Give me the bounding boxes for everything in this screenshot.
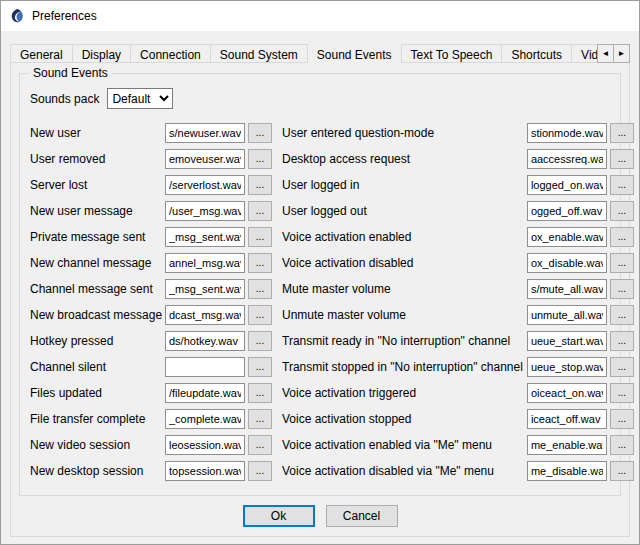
browse-button[interactable]: ... <box>248 435 272 455</box>
sound-file-input[interactable] <box>527 253 607 273</box>
app-icon <box>9 8 25 24</box>
sound-event-row: User entered question-mode ... <box>282 120 634 146</box>
browse-button[interactable]: ... <box>248 279 272 299</box>
sound-event-label: New video session <box>30 438 165 452</box>
sound-event-row: File transfer complete ... <box>30 406 272 432</box>
sound-event-label: User logged out <box>282 204 527 218</box>
browse-button[interactable]: ... <box>248 123 272 143</box>
sound-file-input[interactable] <box>527 461 607 481</box>
dialog-buttons: Ok Cancel <box>11 505 629 527</box>
sound-file-input[interactable] <box>165 461 245 481</box>
browse-button[interactable]: ... <box>610 305 634 325</box>
sound-file-input[interactable] <box>165 149 245 169</box>
sound-file-input[interactable] <box>527 227 607 247</box>
sound-event-row: User removed ... <box>30 146 272 172</box>
sound-event-label: New user message <box>30 204 165 218</box>
browse-button[interactable]: ... <box>248 409 272 429</box>
sound-event-columns: New user ... User removed ... Server los… <box>30 120 612 484</box>
sound-file-input[interactable] <box>165 357 245 377</box>
sound-event-label: User logged in <box>282 178 527 192</box>
browse-button[interactable]: ... <box>248 461 272 481</box>
sound-file-input[interactable] <box>527 201 607 221</box>
sound-file-input[interactable] <box>165 201 245 221</box>
sound-event-row: Server lost ... <box>30 172 272 198</box>
browse-button[interactable]: ... <box>248 383 272 403</box>
browse-button[interactable]: ... <box>610 435 634 455</box>
browse-button[interactable]: ... <box>248 305 272 325</box>
sounds-pack-select[interactable]: Default <box>107 88 173 109</box>
sound-event-row: Channel message sent ... <box>30 276 272 302</box>
cancel-button[interactable]: Cancel <box>326 505 398 527</box>
tab-scroller: ◄ ► <box>598 44 630 63</box>
sound-file-input[interactable] <box>527 305 607 325</box>
sound-file-input[interactable] <box>165 383 245 403</box>
sound-file-input[interactable] <box>527 357 607 377</box>
sound-event-label: User entered question-mode <box>282 126 527 140</box>
browse-button[interactable]: ... <box>610 123 634 143</box>
tab-sound-events[interactable]: Sound Events <box>307 44 402 63</box>
sound-file-input[interactable] <box>165 409 245 429</box>
tab-shortcuts[interactable]: Shortcuts <box>501 44 572 63</box>
tab-connection[interactable]: Connection <box>130 44 211 63</box>
sound-file-input[interactable] <box>165 435 245 455</box>
sound-event-label: Channel silent <box>30 360 165 374</box>
tab-text-to-speech[interactable]: Text To Speech <box>401 44 503 63</box>
browse-button[interactable]: ... <box>248 331 272 351</box>
sound-file-input[interactable] <box>527 123 607 143</box>
tab-sound-system[interactable]: Sound System <box>210 44 308 63</box>
sound-file-input[interactable] <box>527 331 607 351</box>
tab-display[interactable]: Display <box>72 44 131 63</box>
sound-event-label: Voice activation disabled <box>282 256 527 270</box>
browse-button[interactable]: ... <box>248 149 272 169</box>
sound-event-label: Server lost <box>30 178 165 192</box>
sound-file-input[interactable] <box>527 383 607 403</box>
browse-button[interactable]: ... <box>610 201 634 221</box>
browse-button[interactable]: ... <box>610 357 634 377</box>
sound-file-input[interactable] <box>527 175 607 195</box>
sound-event-row: Hotkey pressed ... <box>30 328 272 354</box>
window-title: Preferences <box>32 9 97 23</box>
sound-file-input[interactable] <box>165 227 245 247</box>
sound-file-input[interactable] <box>165 175 245 195</box>
browse-button[interactable]: ... <box>248 201 272 221</box>
browse-button[interactable]: ... <box>610 175 634 195</box>
sound-event-label: Unmute master volume <box>282 308 527 322</box>
ok-button[interactable]: Ok <box>243 505 315 527</box>
sound-event-label: New broadcast message <box>30 308 165 322</box>
browse-button[interactable]: ... <box>610 383 634 403</box>
sound-file-input[interactable] <box>165 253 245 273</box>
sound-file-input[interactable] <box>165 331 245 351</box>
sound-event-label: New user <box>30 126 165 140</box>
browse-button[interactable]: ... <box>610 331 634 351</box>
tab-general[interactable]: General <box>10 44 73 63</box>
sound-event-row: Channel silent ... <box>30 354 272 380</box>
sound-file-input[interactable] <box>165 123 245 143</box>
browse-button[interactable]: ... <box>610 409 634 429</box>
sound-event-row: Voice activation enabled ... <box>282 224 634 250</box>
sound-event-row: Voice activation enabled via "Me" menu .… <box>282 432 634 458</box>
browse-button[interactable]: ... <box>610 461 634 481</box>
sound-file-input[interactable] <box>165 305 245 325</box>
browse-button[interactable]: ... <box>610 279 634 299</box>
sound-events-left-column: New user ... User removed ... Server los… <box>30 120 272 484</box>
browse-button[interactable]: ... <box>610 253 634 273</box>
tab-scroll-left-button[interactable]: ◄ <box>597 44 614 63</box>
sound-file-input[interactable] <box>165 279 245 299</box>
tab-scroll-right-button[interactable]: ► <box>613 44 630 63</box>
sound-file-input[interactable] <box>527 435 607 455</box>
sound-event-label: Hotkey pressed <box>30 334 165 348</box>
sound-file-input[interactable] <box>527 409 607 429</box>
sound-event-row: New video session ... <box>30 432 272 458</box>
sound-file-input[interactable] <box>527 279 607 299</box>
sound-event-label: Voice activation triggered <box>282 386 527 400</box>
browse-button[interactable]: ... <box>610 227 634 247</box>
browse-button[interactable]: ... <box>248 227 272 247</box>
sound-event-label: New channel message <box>30 256 165 270</box>
browse-button[interactable]: ... <box>248 175 272 195</box>
sound-event-row: Transmit stopped in "No interruption" ch… <box>282 354 634 380</box>
browse-button[interactable]: ... <box>610 149 634 169</box>
browse-button[interactable]: ... <box>248 357 272 377</box>
sound-event-row: Voice activation disabled via "Me" menu … <box>282 458 634 484</box>
sound-file-input[interactable] <box>527 149 607 169</box>
browse-button[interactable]: ... <box>248 253 272 273</box>
